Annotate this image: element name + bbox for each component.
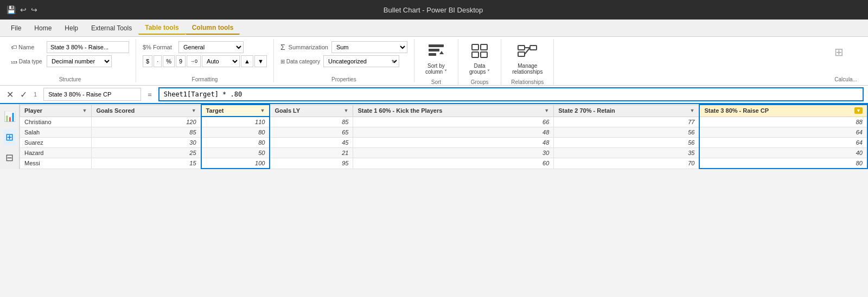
name-input[interactable] bbox=[47, 41, 129, 53]
state1-dropdown-icon[interactable]: ▼ bbox=[544, 108, 549, 113]
cell-state1: 30 bbox=[353, 148, 554, 158]
goals-scored-dropdown-icon[interactable]: ▼ bbox=[192, 108, 196, 113]
summarization-label: Summarization bbox=[289, 44, 328, 50]
cell-player: Salah bbox=[20, 127, 92, 138]
redo-icon[interactable]: ↪ bbox=[31, 5, 37, 14]
state3-dropdown-icon[interactable]: ▼ bbox=[854, 107, 863, 114]
summarization-select[interactable]: Sum bbox=[331, 41, 407, 53]
sort-group-label: Sort bbox=[421, 77, 451, 85]
up-btn[interactable]: ▲ bbox=[241, 55, 253, 67]
formatting-group-label: Formatting bbox=[143, 74, 267, 82]
data-type-select[interactable]: Decimal number bbox=[47, 55, 112, 67]
cell-goals-ly: 95 bbox=[270, 158, 353, 169]
cell-goals-ly: 85 bbox=[270, 117, 353, 127]
more-group-label: Calcula... bbox=[834, 74, 857, 82]
data-category-arrow[interactable]: ▾ bbox=[392, 58, 395, 65]
ribbon-group-formatting: $% Format General $ · % 9 →0 Auto ▲ ▼ bbox=[136, 39, 274, 82]
svg-rect-2 bbox=[429, 53, 436, 56]
player-dropdown-icon[interactable]: ▼ bbox=[82, 108, 87, 113]
ribbon-group-groups: Datagroups ˅ Groups bbox=[458, 39, 501, 85]
sort-by-column-btn[interactable]: Sort bycolumn ˅ bbox=[421, 41, 451, 77]
dot-btn[interactable]: · bbox=[154, 55, 162, 67]
menu-file[interactable]: File bbox=[4, 22, 28, 34]
svg-marker-3 bbox=[439, 51, 444, 54]
svg-rect-10 bbox=[518, 52, 525, 56]
model-view-icon[interactable]: ⊟ bbox=[3, 150, 16, 166]
cell-state2: 35 bbox=[554, 148, 700, 158]
sigma-icon: Σ bbox=[280, 43, 285, 51]
menu-help[interactable]: Help bbox=[58, 22, 85, 34]
undo-icon[interactable]: ↩ bbox=[20, 5, 27, 14]
title-bar-icons: 💾 ↩ ↪ bbox=[7, 5, 37, 14]
menu-external-tools[interactable]: External Tools bbox=[85, 22, 138, 34]
table-row: Suarez 30 80 45 48 56 64 bbox=[20, 138, 868, 148]
format-select[interactable]: General bbox=[178, 41, 244, 53]
formula-equals: = bbox=[148, 91, 152, 99]
col-header-player: Player ▼ bbox=[20, 105, 92, 117]
menu-home[interactable]: Home bbox=[28, 22, 58, 34]
manage-relationships-btn[interactable]: Managerelationships bbox=[508, 41, 547, 77]
formula-bar-expression-input[interactable] bbox=[158, 87, 864, 101]
svg-rect-4 bbox=[472, 44, 478, 50]
formula-bar-name-input[interactable] bbox=[43, 88, 141, 101]
ribbon: 🏷 Name ₁₂₃ Data type Decimal number Stru… bbox=[0, 37, 868, 86]
menu-column-tools[interactable]: Column tools bbox=[186, 22, 240, 35]
ribbon-group-properties: Σ Summarization Sum ⊞ Data category Unca… bbox=[274, 39, 414, 82]
formula-cancel-btn[interactable]: ✕ bbox=[4, 89, 16, 100]
cell-state2: 70 bbox=[554, 158, 700, 169]
left-panel: 📊 ⊞ ⊟ bbox=[0, 104, 20, 169]
save-icon[interactable]: 💾 bbox=[7, 5, 16, 14]
formula-bar: ✕ ✓ 1 = bbox=[0, 86, 868, 104]
table-row: Messi 15 100 95 60 70 80 bbox=[20, 158, 868, 169]
cell-player: Messi bbox=[20, 158, 92, 169]
ribbon-group-more: ⊞ Calcula... bbox=[828, 39, 864, 82]
table-row: Christiano 120 110 85 66 77 88 bbox=[20, 117, 868, 127]
menu-table-tools[interactable]: Table tools bbox=[138, 22, 185, 35]
groups-group-label: Groups bbox=[465, 77, 494, 85]
down-btn[interactable]: ▼ bbox=[254, 55, 267, 67]
properties-group-label: Properties bbox=[280, 74, 407, 82]
formula-bar-number: 1 bbox=[34, 91, 37, 98]
auto-select[interactable]: Auto bbox=[202, 55, 240, 67]
table-view-icon[interactable]: ⊞ bbox=[3, 129, 16, 145]
cell-target: 100 bbox=[201, 158, 270, 169]
dollar-btn[interactable]: $ bbox=[143, 55, 152, 67]
data-category-label: ⊞ Data category bbox=[280, 59, 320, 64]
goals-ly-dropdown-icon[interactable]: ▼ bbox=[343, 108, 348, 113]
cell-target: 80 bbox=[201, 138, 270, 148]
target-dropdown-icon[interactable]: ▼ bbox=[260, 108, 265, 113]
cell-player: Christiano bbox=[20, 117, 92, 127]
cell-state3: 64 bbox=[699, 138, 867, 148]
title-bar-left: 💾 ↩ ↪ bbox=[7, 5, 37, 14]
cell-goals-ly: 45 bbox=[270, 138, 353, 148]
cell-goals-ly: 21 bbox=[270, 148, 353, 158]
svg-rect-8 bbox=[518, 46, 525, 50]
cell-player: Suarez bbox=[20, 138, 92, 148]
cell-state1: 66 bbox=[353, 117, 554, 127]
table-row: Salah 85 80 65 48 56 64 bbox=[20, 127, 868, 138]
cell-target: 80 bbox=[201, 127, 270, 138]
nine-btn[interactable]: 9 bbox=[176, 55, 186, 67]
sort-by-column-label: Sort bycolumn ˅ bbox=[425, 63, 447, 75]
formula-confirm-btn[interactable]: ✓ bbox=[18, 89, 29, 100]
decimal-btn[interactable]: →0 bbox=[187, 55, 201, 67]
state2-dropdown-icon[interactable]: ▼ bbox=[690, 108, 694, 113]
ribbon-group-relationships: Managerelationships Relationships bbox=[501, 39, 554, 85]
col-header-state1: State 1 60% - Kick the Players ▼ bbox=[353, 105, 554, 117]
data-category-select[interactable]: Uncategorized bbox=[323, 55, 399, 67]
data-groups-btn[interactable]: Datagroups ˅ bbox=[465, 41, 494, 77]
chart-view-icon[interactable]: 📊 bbox=[2, 108, 18, 125]
cell-target: 110 bbox=[201, 117, 270, 127]
svg-rect-0 bbox=[429, 44, 444, 47]
format-label: $% Format bbox=[143, 44, 175, 50]
format-symbols: $ · % 9 →0 Auto ▲ ▼ bbox=[143, 55, 267, 67]
percent-btn[interactable]: % bbox=[163, 55, 175, 67]
cell-state2: 77 bbox=[554, 117, 700, 127]
manage-relationships-label: Managerelationships bbox=[512, 63, 542, 75]
cell-state3: 88 bbox=[699, 117, 867, 127]
cell-target: 50 bbox=[201, 148, 270, 158]
menu-bar: File Home Help External Tools Table tool… bbox=[0, 20, 868, 37]
relationships-group-label: Relationships bbox=[508, 77, 547, 85]
name-label: 🏷 Name bbox=[11, 44, 43, 50]
main-area: 📊 ⊞ ⊟ Player ▼ Goals Scored ▼ bbox=[0, 104, 868, 169]
